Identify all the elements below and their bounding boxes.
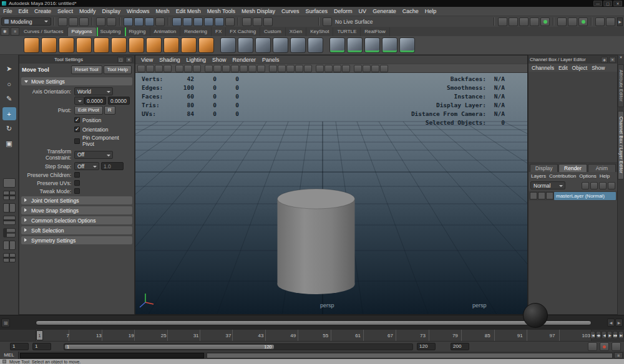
scroll-left-icon[interactable]: ◀	[607, 318, 615, 327]
move-snap-settings-section[interactable]: Move Snap Settings	[21, 206, 132, 214]
menu-surfaces[interactable]: Surfaces	[303, 7, 331, 16]
isolate-select-icon[interactable]	[354, 65, 362, 72]
gamma-icon[interactable]	[380, 65, 388, 72]
snap-projected-center-icon[interactable]	[204, 17, 213, 26]
textured-icon[interactable]	[286, 65, 295, 72]
shelf-tab-realflow[interactable]: RealFlow	[361, 27, 389, 36]
shelf-tab-turtle[interactable]: TURTLE	[333, 27, 361, 36]
redo-icon[interactable]	[107, 17, 116, 26]
object-menu[interactable]: Object	[572, 65, 588, 71]
menu-display[interactable]: Display	[99, 7, 124, 16]
menu-set-selector[interactable]: Modeling	[1, 17, 51, 26]
sculpt-shelf-icon[interactable]	[595, 17, 605, 26]
menu-select[interactable]: Select	[54, 7, 76, 16]
menu-mesh[interactable]: Mesh	[153, 7, 173, 16]
render-layer-row[interactable]: masterLayer (Normal)	[529, 191, 617, 201]
boolean-difference-icon[interactable]	[290, 37, 306, 53]
poly-cone-icon[interactable]	[76, 37, 92, 53]
edit-pivot-button[interactable]: Edit Pivot	[74, 106, 103, 115]
channels-menu[interactable]: Channels	[532, 65, 554, 71]
pin-icon[interactable]: ◈	[601, 57, 608, 63]
menu-mesh-display[interactable]: Mesh Display	[238, 7, 278, 16]
joint-orient-settings-section[interactable]: Joint Orient Settings	[21, 196, 132, 204]
separate-icon[interactable]	[238, 37, 253, 53]
use-all-lights-icon[interactable]	[295, 65, 303, 72]
viewport-menu-shading[interactable]: Shading	[156, 57, 183, 63]
shelf-menu-icon[interactable]: ≡	[11, 27, 19, 36]
snap-point-icon[interactable]	[193, 17, 203, 26]
orientation-checkbox[interactable]	[74, 127, 80, 132]
menu-uv[interactable]: UV	[356, 7, 370, 16]
shelf-tab-keyshot[interactable]: KeyShot	[306, 27, 333, 36]
layer-name[interactable]: masterLayer (Normal)	[554, 192, 616, 200]
lasso-tool-icon[interactable]: ○	[2, 77, 16, 90]
tab-render[interactable]: Render	[558, 164, 587, 172]
empty-layer-icon[interactable]	[599, 182, 607, 189]
move-settings-section[interactable]: Move Settings	[21, 77, 132, 85]
resolution-gate-icon[interactable]	[222, 65, 230, 72]
viewport-menu-show[interactable]: Show	[209, 57, 230, 63]
open-scene-icon[interactable]	[69, 17, 78, 26]
pause-viewport-icon[interactable]	[568, 17, 577, 26]
select-hierarchy-icon[interactable]	[124, 17, 133, 26]
shaded-icon[interactable]	[278, 65, 286, 72]
save-scene-icon[interactable]	[79, 17, 89, 26]
range-slider-thumb[interactable]: 1 120	[65, 345, 274, 349]
gate-mask-icon[interactable]	[231, 65, 239, 72]
layer-list-empty-area[interactable]	[529, 201, 617, 314]
menu-curves[interactable]: Curves	[278, 7, 303, 16]
poly-platonic-icon[interactable]	[181, 37, 197, 53]
poly-gear-icon[interactable]	[146, 37, 162, 53]
grid-toggle-icon[interactable]	[205, 65, 213, 72]
lock-camera-icon[interactable]	[146, 65, 154, 72]
poly-cylinder-icon[interactable]	[59, 37, 74, 53]
layout-two-stacked-icon[interactable]	[3, 216, 16, 225]
xgen-shelf-icon[interactable]	[606, 17, 615, 26]
transform-constraint-dropdown[interactable]: Off	[74, 151, 113, 159]
select-tool-icon[interactable]: ➤	[2, 62, 16, 75]
edit-menu[interactable]: Edit	[558, 65, 568, 71]
poly-torus-icon[interactable]	[94, 37, 109, 53]
viewport-menu-renderer[interactable]: Renderer	[229, 57, 259, 63]
viewport-canvas[interactable]: Verts:4200 Edges:10000 Faces:6000 Tris:8…	[135, 73, 527, 314]
play-backwards-button[interactable]: ◀	[602, 331, 607, 339]
layout-hypershade-persp-icon[interactable]	[3, 253, 16, 262]
menu-deform[interactable]: Deform	[331, 7, 356, 16]
make-object-live-icon[interactable]	[225, 17, 235, 26]
offset-edge-loop-icon[interactable]	[382, 37, 397, 53]
viewport-menu-panels[interactable]: Panels	[259, 57, 283, 63]
pin-component-pivot-checkbox[interactable]	[74, 138, 80, 144]
range-slider-track[interactable]: 1 120	[64, 343, 413, 350]
timeline-scrollbar-thumb[interactable]	[36, 320, 592, 325]
shelf-tab-fx[interactable]: FX	[212, 27, 226, 36]
go-to-end-button[interactable]: ▶|	[618, 331, 623, 339]
snap-view-plane-icon[interactable]	[215, 17, 224, 26]
2d-pan-zoom-icon[interactable]	[184, 65, 192, 72]
minimize-button[interactable]: —	[593, 1, 602, 6]
menu-modify[interactable]: Modify	[76, 7, 99, 16]
toggle-viewport-icon[interactable]	[578, 17, 588, 26]
film-gate-icon[interactable]	[213, 65, 222, 72]
close-button[interactable]: ✕	[613, 1, 622, 6]
reset-pivot-button[interactable]: R	[104, 106, 115, 115]
menu-create[interactable]: Create	[31, 7, 54, 16]
shelf-tab-sculpting[interactable]: Sculpting	[97, 27, 125, 36]
menu-cache[interactable]: Cache	[399, 7, 422, 16]
grid-icon[interactable]: ⊞	[1, 318, 10, 327]
bookmark-icon[interactable]	[163, 65, 172, 72]
paint-select-tool-icon[interactable]: ✎	[2, 92, 16, 105]
tool-help-button[interactable]: Tool Help	[104, 65, 132, 74]
select-camera-icon[interactable]	[137, 65, 145, 72]
position-checkbox[interactable]	[74, 117, 80, 123]
next-key-button[interactable]: ▶▶	[613, 331, 618, 339]
contribution-menu[interactable]: Contribution	[549, 173, 576, 179]
menu-mesh-tools[interactable]: Mesh Tools	[204, 7, 238, 16]
render-settings-icon[interactable]	[530, 17, 539, 26]
float-panel-icon[interactable]: ▢	[117, 57, 124, 63]
shelf-tab-rendering[interactable]: Rendering	[180, 27, 212, 36]
combine-icon[interactable]	[220, 37, 236, 53]
menu-file[interactable]: File	[0, 7, 16, 16]
shelf-gear-icon[interactable]: ✱	[1, 27, 9, 36]
connect-icon[interactable]	[347, 37, 363, 53]
close-icon[interactable]: ✕	[609, 57, 616, 63]
